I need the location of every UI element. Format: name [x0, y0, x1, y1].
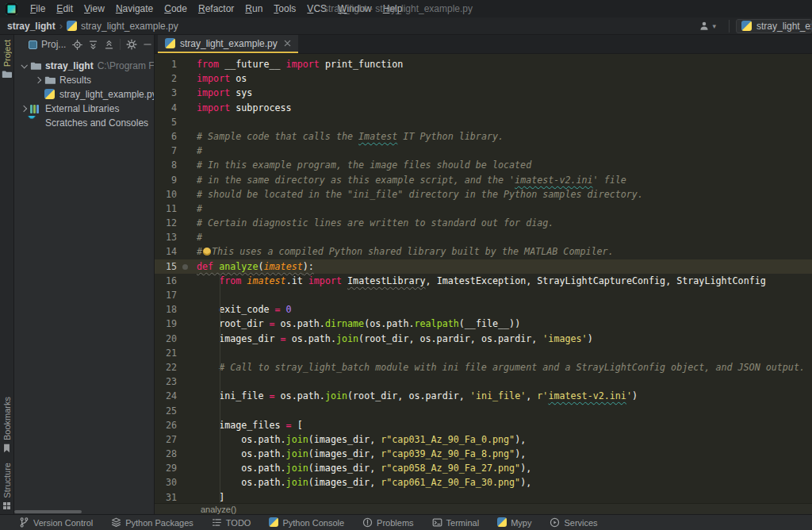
- line-number[interactable]: 14: [158, 244, 177, 259]
- tool-stripe-bookmarks[interactable]: Bookmarks: [2, 392, 12, 458]
- status-mypy[interactable]: Mypy: [497, 516, 531, 530]
- code-line-26[interactable]: 26 image_files = [: [155, 418, 812, 432]
- code-line-5[interactable]: 5: [155, 115, 812, 129]
- code-line-16[interactable]: 16 from imatest.it import ImatestLibrary…: [155, 274, 812, 288]
- line-number[interactable]: 4: [158, 101, 177, 115]
- menu-tools[interactable]: Tools: [268, 3, 301, 14]
- status-problems[interactable]: Problems: [362, 517, 413, 528]
- line-number[interactable]: 7: [158, 144, 177, 158]
- code-line-23[interactable]: 23: [155, 374, 812, 389]
- line-number[interactable]: 2: [158, 71, 177, 86]
- line-number[interactable]: 30: [158, 475, 177, 490]
- horizontal-scrollbar[interactable]: [14, 510, 82, 513]
- code-line-14[interactable]: 14#This uses a compiled Python shared li…: [155, 244, 812, 259]
- code-line-20[interactable]: 20 images_dir = os.path.join(root_dir, o…: [155, 332, 812, 346]
- line-number[interactable]: 9: [158, 173, 177, 187]
- code-line-24[interactable]: 24 ini_file = os.path.join(root_dir, os.…: [155, 389, 812, 403]
- menu-refactor[interactable]: Refactor: [193, 3, 239, 14]
- code-line-15[interactable]: 15def analyze(imatest):: [155, 259, 812, 274]
- line-number[interactable]: 5: [158, 115, 177, 129]
- settings-gear-icon[interactable]: [126, 39, 137, 50]
- status-todo[interactable]: TODO: [212, 517, 251, 528]
- line-number[interactable]: 6: [158, 129, 177, 144]
- line-number[interactable]: 17: [158, 288, 177, 302]
- menu-code[interactable]: Code: [159, 3, 193, 14]
- code-line-25[interactable]: 25: [155, 404, 812, 418]
- breadcrumb-project[interactable]: stray_light: [7, 21, 56, 32]
- line-number[interactable]: 22: [158, 360, 177, 374]
- chevron-down-icon[interactable]: [21, 62, 27, 68]
- code-line-31[interactable]: 31 ]: [155, 490, 812, 503]
- code-line-22[interactable]: 22 # Call to stray_light_batch module wi…: [155, 360, 812, 374]
- line-number[interactable]: 13: [158, 230, 177, 244]
- line-number[interactable]: 8: [158, 158, 177, 172]
- line-number[interactable]: 23: [158, 374, 177, 389]
- line-number[interactable]: 24: [158, 389, 177, 403]
- code-line-7[interactable]: 7#: [155, 144, 812, 158]
- status-version-control[interactable]: Version Control: [19, 517, 93, 528]
- code-line-29[interactable]: 29 os.path.join(images_dir, r"cap058_Az_…: [155, 461, 812, 475]
- tree-item-stray-light-example-py[interactable]: stray_light_example.py: [14, 87, 154, 102]
- chevron-right-icon[interactable]: [35, 77, 41, 83]
- code-line-21[interactable]: 21: [155, 346, 812, 360]
- editor-tab-stray-light-example[interactable]: stray_light_example.py: [158, 35, 298, 53]
- chevron-right-icon[interactable]: [21, 106, 27, 112]
- breadcrumb-scope[interactable]: analyze(): [201, 505, 236, 514]
- tree-item-results[interactable]: Results: [14, 73, 154, 87]
- code-area[interactable]: 1from __future__ import print_function2i…: [155, 54, 812, 503]
- code-line-27[interactable]: 27 os.path.join(images_dir, r"cap031_Az_…: [155, 432, 812, 447]
- code-line-1[interactable]: 1from __future__ import print_function: [155, 57, 812, 71]
- line-number[interactable]: 29: [158, 461, 177, 475]
- line-number[interactable]: 11: [158, 202, 177, 216]
- code-line-4[interactable]: 4import subprocess: [155, 101, 812, 115]
- line-number[interactable]: 28: [158, 447, 177, 461]
- line-number[interactable]: 19: [158, 317, 177, 331]
- line-number[interactable]: 12: [158, 216, 177, 230]
- tree-item-stray-light[interactable]: stray_lightC:\Program Files\Im...: [14, 59, 154, 73]
- intention-bulb-icon[interactable]: [203, 248, 211, 255]
- line-number[interactable]: 1: [158, 57, 177, 71]
- code-line-28[interactable]: 28 os.path.join(images_dir, r"cap039_Az_…: [155, 447, 812, 461]
- code-line-3[interactable]: 3import sys: [155, 86, 812, 100]
- close-icon[interactable]: [284, 40, 291, 47]
- menu-run[interactable]: Run: [239, 3, 268, 14]
- code-line-30[interactable]: 30 os.path.join(images_dir, r"cap061_Az_…: [155, 475, 812, 490]
- code-line-9[interactable]: 9# in the same directory as this example…: [155, 173, 812, 187]
- menu-file[interactable]: File: [25, 3, 51, 14]
- status-python-packages[interactable]: Python Packages: [111, 517, 193, 528]
- code-line-10[interactable]: 10# should be located in the "ini_file" …: [155, 187, 812, 202]
- tree-item-scratches-and-consoles[interactable]: Scratches and Consoles: [14, 116, 154, 130]
- code-line-18[interactable]: 18 exit_code = 0: [155, 302, 812, 317]
- code-line-19[interactable]: 19 root_dir = os.path.dirname(os.path.re…: [155, 317, 812, 331]
- tool-stripe-project[interactable]: Project: [2, 35, 12, 83]
- tree-item-external-libraries[interactable]: External Libraries: [14, 102, 154, 116]
- code-line-13[interactable]: 13#: [155, 230, 812, 244]
- code-line-2[interactable]: 2import os: [155, 71, 812, 86]
- line-number[interactable]: 3: [158, 86, 177, 100]
- user-account-button[interactable]: ▾: [692, 21, 722, 32]
- line-number[interactable]: 20: [158, 332, 177, 346]
- menu-view[interactable]: View: [79, 3, 110, 14]
- code-line-11[interactable]: 11#: [155, 202, 812, 216]
- line-number[interactable]: 10: [158, 187, 177, 202]
- line-number[interactable]: 16: [158, 274, 177, 288]
- code-line-8[interactable]: 8# In this example program, the image fi…: [155, 158, 812, 172]
- expand-all-icon[interactable]: [88, 40, 98, 50]
- menu-edit[interactable]: Edit: [51, 3, 79, 14]
- status-python-console[interactable]: Python Console: [269, 516, 344, 530]
- tool-stripe-structure[interactable]: Structure: [2, 458, 12, 514]
- breadcrumb-file[interactable]: stray_light_example.py: [81, 21, 178, 32]
- locate-target-icon[interactable]: [72, 40, 82, 50]
- line-number[interactable]: 26: [158, 418, 177, 432]
- code-line-6[interactable]: 6# Sample code that calls the Imatest IT…: [155, 129, 812, 144]
- line-number[interactable]: 27: [158, 432, 177, 447]
- code-line-12[interactable]: 12# Certain diagnostic lines are written…: [155, 216, 812, 230]
- hide-panel-icon[interactable]: [143, 40, 152, 49]
- menu-navigate[interactable]: Navigate: [110, 3, 159, 14]
- line-number[interactable]: 18: [158, 302, 177, 317]
- run-configuration-selector[interactable]: stray_light_example: [736, 19, 812, 33]
- code-line-17[interactable]: 17: [155, 288, 812, 302]
- collapse-all-icon[interactable]: [104, 40, 114, 50]
- pycharm-logo-icon[interactable]: [6, 3, 17, 15]
- line-number[interactable]: 21: [158, 346, 177, 360]
